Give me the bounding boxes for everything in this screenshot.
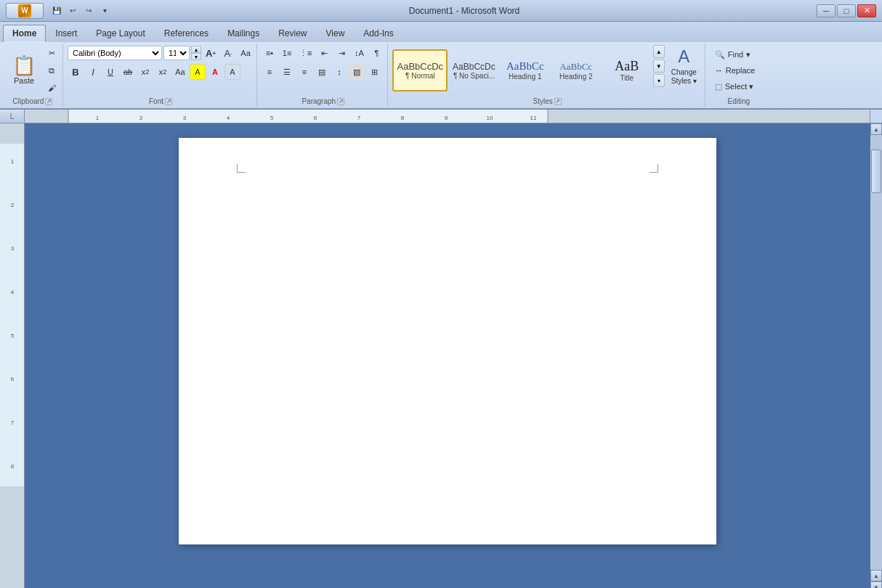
select-icon: ⬚ [715, 82, 722, 91]
superscript-button[interactable]: x2 [155, 64, 171, 80]
cut-button[interactable]: ✂ [44, 45, 60, 61]
styles-label: Styles ↗ [392, 97, 701, 105]
clipboard-expand[interactable]: ↗ [45, 98, 52, 105]
clear-format-button[interactable]: Aa [238, 45, 254, 61]
borders-button[interactable]: ⊞ [366, 64, 382, 80]
svg-text:6: 6 [11, 376, 15, 383]
svg-text:3: 3 [183, 115, 187, 121]
svg-text:4: 4 [227, 115, 230, 121]
align-left-button[interactable]: ≡ [262, 64, 278, 80]
replace-label: Replace [726, 66, 755, 75]
style-no-spacing[interactable]: AaBbCcDc ¶ No Spaci... [449, 49, 499, 91]
font-name-select[interactable]: Calibri (Body) [68, 46, 162, 60]
redo-button[interactable]: ↪ [81, 4, 96, 18]
svg-text:10: 10 [487, 115, 493, 121]
style-normal-label: ¶ Normal [405, 72, 434, 80]
undo-button[interactable]: ↩ [65, 4, 80, 18]
font-size-grow-button[interactable]: A+ [203, 45, 219, 61]
shading-button[interactable]: ▨ [349, 64, 365, 80]
tab-add-ins[interactable]: Add-Ins [354, 25, 402, 42]
multilevel-list-button[interactable]: ⋮≡ [296, 45, 315, 61]
select-button[interactable]: ⬚ Select ▾ [710, 79, 768, 94]
styles-expand-btn[interactable]: ↗ [554, 98, 562, 105]
close-button[interactable]: ✕ [857, 4, 876, 17]
svg-text:1: 1 [11, 158, 15, 165]
font-expand[interactable]: ↗ [165, 98, 172, 105]
align-right-button[interactable]: ≡ [296, 64, 312, 80]
svg-text:7: 7 [357, 115, 361, 121]
numbering-button[interactable]: 1≡ [279, 45, 295, 61]
corner-mark-tl [237, 164, 246, 173]
bullets-button[interactable]: ≡• [262, 45, 278, 61]
ruler-corner[interactable]: L [0, 110, 25, 123]
underline-button[interactable]: U [102, 64, 118, 80]
style-normal[interactable]: AaBbCcDc ¶ Normal [392, 49, 448, 91]
style-heading2[interactable]: AaBbCc Heading 2 [551, 49, 601, 91]
font-size-select[interactable]: 11 [163, 46, 190, 60]
minimize-button[interactable]: ─ [817, 4, 836, 17]
next-page-button[interactable]: ▼ [870, 581, 882, 588]
svg-text:7: 7 [11, 420, 15, 426]
title-bar: W 💾 ↩ ↪ ▾ Document1 - Microsoft Word ─ □… [0, 0, 882, 22]
replace-button[interactable]: ↔ Replace [710, 63, 768, 78]
format-painter-button[interactable]: 🖌 [44, 80, 60, 96]
sort-button[interactable]: ↕A [351, 45, 367, 61]
svg-text:1: 1 [96, 115, 100, 121]
styles-expand[interactable]: ▾ [653, 74, 665, 87]
font-group: Calibri (Body) 11 ▲ ▼ A+ A- Aa B I [65, 44, 257, 107]
change-styles-button[interactable]: A ChangeStyles ▾ [666, 45, 702, 87]
scrollbar-thumb[interactable] [871, 150, 881, 193]
bold-button[interactable]: B [68, 64, 84, 80]
show-paragraph-button[interactable]: ¶ [368, 45, 384, 61]
svg-rect-2 [548, 110, 870, 123]
svg-rect-18 [0, 486, 25, 588]
line-spacing-button[interactable]: ↕ [331, 64, 347, 80]
copy-button[interactable]: ⧉ [44, 62, 60, 78]
ribbon-tab-bar: Home Insert Page Layout References Maili… [0, 22, 882, 42]
align-center-button[interactable]: ☰ [279, 64, 295, 80]
font-case-button[interactable]: Aa [172, 64, 188, 80]
strikethrough-button[interactable]: ab [120, 64, 136, 80]
document-page[interactable] [179, 138, 716, 544]
scroll-up-button[interactable]: ▲ [870, 123, 882, 135]
office-button[interactable]: W [6, 3, 44, 19]
tab-view[interactable]: View [317, 25, 355, 42]
highlight-color-button[interactable]: A [190, 64, 206, 80]
italic-button[interactable]: I [85, 64, 101, 80]
font-size-increase[interactable]: ▲ [191, 46, 201, 53]
style-heading1-label: Heading 1 [509, 73, 542, 81]
subscript-button[interactable]: x2 [137, 64, 153, 80]
tab-mailings[interactable]: Mailings [218, 25, 269, 42]
maximize-button[interactable]: □ [837, 4, 856, 17]
quick-access-dropdown[interactable]: ▾ [97, 4, 112, 18]
styles-group: AaBbCcDc ¶ Normal AaBbCcDc ¶ No Spaci...… [389, 44, 705, 107]
prev-page-button[interactable]: ▲ [870, 570, 882, 581]
style-heading1[interactable]: AaBbCc Heading 1 [501, 49, 550, 91]
styles-scroll-up[interactable]: ▲ [653, 45, 665, 58]
corner-mark-tr [650, 164, 658, 173]
find-button[interactable]: 🔍 Find ▾ [710, 47, 768, 62]
decrease-indent-button[interactable]: ⇤ [316, 45, 332, 61]
font-size-shrink-button[interactable]: A- [220, 45, 236, 61]
tab-review[interactable]: Review [269, 25, 316, 42]
increase-indent-button[interactable]: ⇥ [333, 45, 349, 61]
office-logo: W [18, 4, 31, 17]
paragraph-expand[interactable]: ↗ [337, 98, 344, 105]
svg-text:5: 5 [270, 115, 274, 121]
tab-page-layout[interactable]: Page Layout [86, 25, 154, 42]
tab-insert[interactable]: Insert [46, 25, 86, 42]
font-color-button[interactable]: A [207, 64, 223, 80]
document-canvas[interactable] [25, 123, 870, 588]
svg-text:2: 2 [11, 202, 15, 208]
font-size-decrease[interactable]: ▼ [191, 53, 201, 60]
style-title[interactable]: AaB Title [602, 49, 652, 91]
text-effects-button[interactable]: A [224, 64, 240, 80]
tab-home[interactable]: Home [3, 25, 46, 42]
svg-text:8: 8 [401, 115, 405, 121]
styles-scroll-down[interactable]: ▼ [653, 60, 665, 73]
paste-button[interactable]: 📋 Paste [6, 47, 42, 94]
justify-button[interactable]: ▤ [314, 64, 330, 80]
ruler-svg: 1 2 3 4 5 6 7 8 9 10 11 [25, 110, 870, 123]
save-button[interactable]: 💾 [49, 4, 64, 18]
tab-references[interactable]: References [155, 25, 218, 42]
